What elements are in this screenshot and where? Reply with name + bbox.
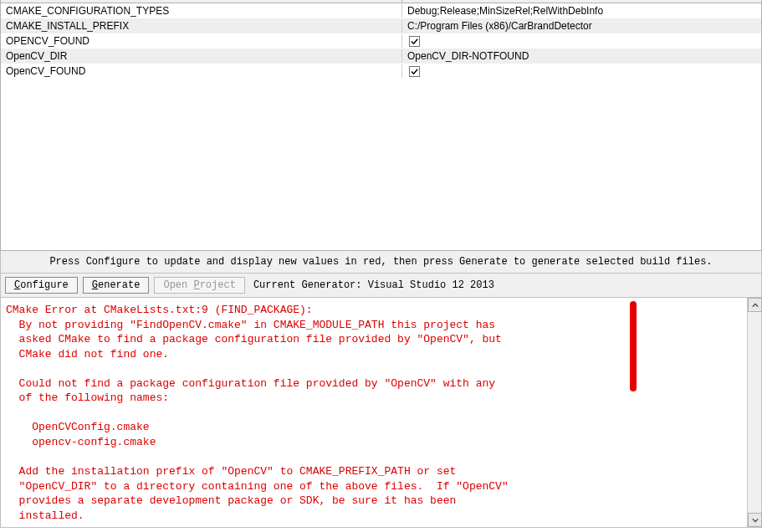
cache-variables-table: Name Value CMAKE_CONFIGURATION_TYPESDebu… bbox=[0, 0, 762, 251]
checkbox[interactable] bbox=[409, 36, 420, 47]
table-row[interactable]: OPENCV_FOUND bbox=[1, 33, 761, 49]
check-icon bbox=[410, 67, 419, 76]
chevron-down-icon bbox=[752, 517, 759, 524]
variable-value-cell[interactable]: C:/Program Files (x86)/CarBrandDetector bbox=[402, 19, 761, 33]
table-body: CMAKE_CONFIGURATION_TYPESDebug;Release;M… bbox=[1, 3, 761, 79]
table-row[interactable]: CMAKE_CONFIGURATION_TYPESDebug;Release;M… bbox=[1, 3, 761, 18]
variable-value-cell[interactable]: OpenCV_DIR-NOTFOUND bbox=[402, 49, 761, 63]
generate-button[interactable]: Generate bbox=[83, 277, 150, 294]
variable-value-cell[interactable]: Debug;Release;MinSizeRel;RelWithDebInfo bbox=[402, 4, 761, 18]
open-project-button: Open Project bbox=[154, 277, 244, 294]
variable-value-cell[interactable] bbox=[402, 35, 761, 48]
variable-value-cell[interactable] bbox=[402, 65, 761, 78]
variable-name-cell[interactable]: CMAKE_CONFIGURATION_TYPES bbox=[1, 4, 402, 18]
configure-button[interactable]: Configure bbox=[5, 277, 78, 294]
configure-label: onfigure bbox=[20, 279, 69, 291]
vertical-scrollbar[interactable] bbox=[747, 298, 761, 527]
table-row[interactable]: OpenCV_DIROpenCV_DIR-NOTFOUND bbox=[1, 49, 761, 64]
annotation-mark bbox=[630, 301, 637, 391]
variable-name-cell[interactable]: OpenCV_DIR bbox=[1, 49, 402, 63]
scroll-down-button[interactable] bbox=[748, 513, 762, 527]
output-area: CMake Error at CMakeLists.txt:9 (FIND_PA… bbox=[0, 298, 762, 528]
checkbox[interactable] bbox=[409, 66, 420, 77]
current-generator-label: Current Generator: Visual Studio 12 2013 bbox=[253, 279, 494, 291]
table-row[interactable]: CMAKE_INSTALL_PREFIXC:/Program Files (x8… bbox=[1, 18, 761, 33]
variable-name-cell[interactable]: OpenCV_FOUND bbox=[1, 64, 402, 78]
check-icon bbox=[410, 37, 419, 46]
hint-bar: Press Configure to update and display ne… bbox=[0, 251, 762, 274]
variable-name-cell[interactable]: CMAKE_INSTALL_PREFIX bbox=[1, 19, 402, 33]
generate-label: enerate bbox=[98, 279, 140, 291]
scroll-up-button[interactable] bbox=[748, 298, 762, 312]
button-bar: Configure Generate Open Project Current … bbox=[0, 274, 762, 298]
variable-name-cell[interactable]: OPENCV_FOUND bbox=[1, 34, 402, 48]
chevron-up-icon bbox=[752, 302, 759, 309]
table-row[interactable]: OpenCV_FOUND bbox=[1, 64, 761, 79]
